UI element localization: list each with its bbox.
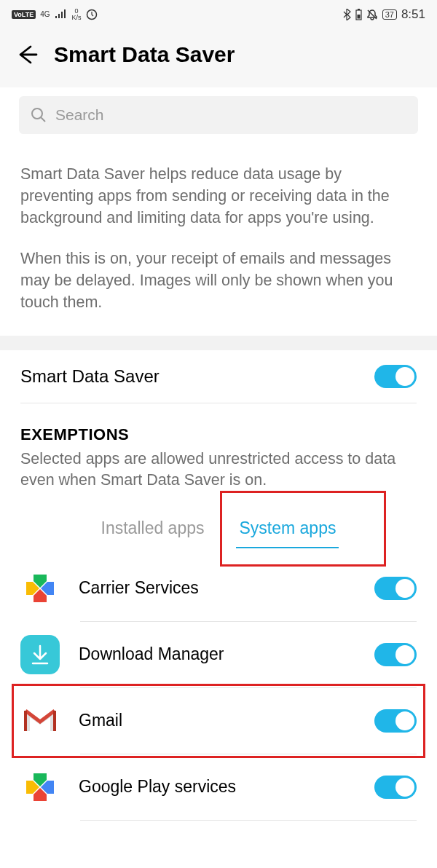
data-speed: 0 K/s [72, 8, 82, 21]
app-row-download-manager[interactable]: Download Manager [20, 622, 417, 687]
smart-data-saver-toggle[interactable] [374, 365, 417, 388]
battery-percent: 37 [382, 9, 397, 20]
app-row-google-play-services[interactable]: Google Play services [20, 754, 417, 820]
volte-badge: VoLTE [12, 10, 36, 19]
page-title: Smart Data Saver [54, 42, 235, 67]
back-icon[interactable] [15, 42, 39, 67]
bluetooth-icon [343, 9, 351, 20]
app-header: Smart Data Saver [0, 29, 437, 87]
exemptions-section: EXEMPTIONS Selected apps are allowed unr… [0, 403, 437, 491]
gmail-icon [20, 701, 60, 741]
signal-icon [55, 9, 68, 20]
description: Smart Data Saver helps reduce data usage… [0, 134, 437, 336]
search-icon [31, 107, 47, 123]
svg-point-4 [32, 108, 42, 119]
svg-rect-3 [357, 15, 360, 19]
search-box[interactable] [19, 96, 418, 134]
app-name-label: Carrier Services [79, 578, 355, 598]
data-saver-icon [86, 9, 98, 20]
network-type: 4G [40, 11, 50, 18]
carrier-services-icon [20, 569, 60, 608]
app-toggle[interactable] [374, 577, 417, 600]
app-toggle[interactable] [374, 643, 417, 666]
app-row-gmail[interactable]: Gmail [20, 688, 417, 754]
exemptions-subtitle: Selected apps are allowed unrestricted a… [20, 449, 417, 491]
smart-data-saver-row[interactable]: Smart Data Saver [0, 350, 437, 403]
tabs: Installed apps System apps [0, 491, 437, 556]
dnd-icon [366, 9, 378, 20]
app-name-label: Download Manager [79, 644, 355, 664]
toggle-label: Smart Data Saver [20, 366, 160, 387]
tab-system-apps[interactable]: System apps [236, 513, 339, 548]
app-name-label: Gmail [79, 711, 355, 730]
status-bar: VoLTE 4G 0 K/s 37 8:51 [0, 0, 437, 29]
google-play-services-icon [20, 768, 60, 807]
section-divider [0, 336, 437, 350]
app-row-carrier-services[interactable]: Carrier Services [20, 556, 417, 621]
exemptions-title: EXEMPTIONS [20, 425, 417, 444]
app-toggle[interactable] [374, 776, 417, 799]
app-toggle[interactable] [374, 709, 417, 733]
search-input[interactable] [55, 106, 406, 124]
svg-rect-2 [358, 9, 360, 10]
tab-installed-apps[interactable]: Installed apps [98, 513, 208, 548]
battery-icon-small [355, 9, 362, 20]
clock: 8:51 [401, 7, 425, 22]
app-list: Carrier Services Download Manager [0, 556, 437, 821]
download-manager-icon [20, 635, 60, 674]
app-name-label: Google Play services [79, 777, 355, 797]
